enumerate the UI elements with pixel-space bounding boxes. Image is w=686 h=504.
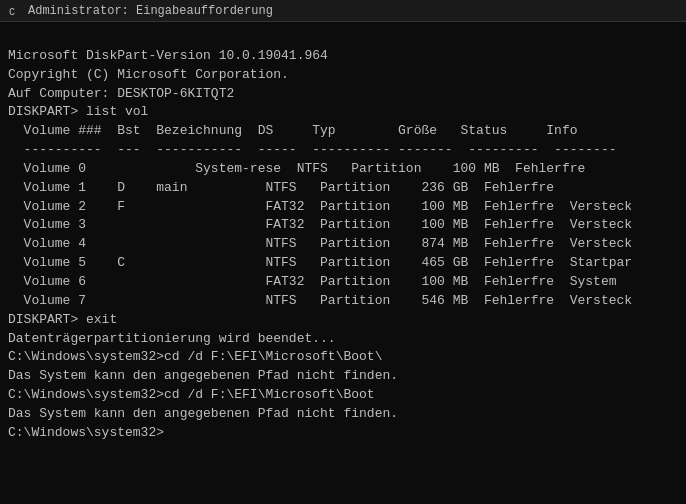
console-line: Volume 7 NTFS Partition 546 MB Fehlerfre…: [8, 292, 678, 311]
console-line: DISKPART> list vol: [8, 103, 678, 122]
title-bar-label: Administrator: Eingabeaufforderung: [28, 4, 273, 18]
console-line: Volume 6 FAT32 Partition 100 MB Fehlerfr…: [8, 273, 678, 292]
console-line: C:\Windows\system32>cd /d F:\EFI\Microso…: [8, 348, 678, 367]
svg-text:C: C: [9, 7, 15, 18]
cmd-icon: C: [8, 4, 22, 18]
console-line: Das System kann den angegebenen Pfad nic…: [8, 367, 678, 386]
console-line: Volume 2 F FAT32 Partition 100 MB Fehler…: [8, 198, 678, 217]
console-line: Volume ### Bst Bezeichnung DS Typ Größe …: [8, 122, 678, 141]
console-line: ---------- --- ----------- ----- -------…: [8, 141, 678, 160]
console-line: DISKPART> exit: [8, 311, 678, 330]
console-line: Auf Computer: DESKTOP-6KITQT2: [8, 85, 678, 104]
console-line: Volume 3 FAT32 Partition 100 MB Fehlerfr…: [8, 216, 678, 235]
title-bar: C Administrator: Eingabeaufforderung: [0, 0, 686, 22]
console-output: Microsoft DiskPart-Version 10.0.19041.96…: [0, 22, 686, 504]
console-line: Volume 1 D main NTFS Partition 236 GB Fe…: [8, 179, 678, 198]
console-line: Volume 0 System-rese NTFS Partition 100 …: [8, 160, 678, 179]
console-line: Volume 5 C NTFS Partition 465 GB Fehlerf…: [8, 254, 678, 273]
console-line: C:\Windows\system32>: [8, 424, 678, 443]
console-line: Datenträgerpartitionierung wird beendet.…: [8, 330, 678, 349]
console-line: C:\Windows\system32>cd /d F:\EFI\Microso…: [8, 386, 678, 405]
console-line: Volume 4 NTFS Partition 874 MB Fehlerfre…: [8, 235, 678, 254]
console-line: Microsoft DiskPart-Version 10.0.19041.96…: [8, 47, 678, 66]
console-line: Copyright (C) Microsoft Corporation.: [8, 66, 678, 85]
console-line: Das System kann den angegebenen Pfad nic…: [8, 405, 678, 424]
